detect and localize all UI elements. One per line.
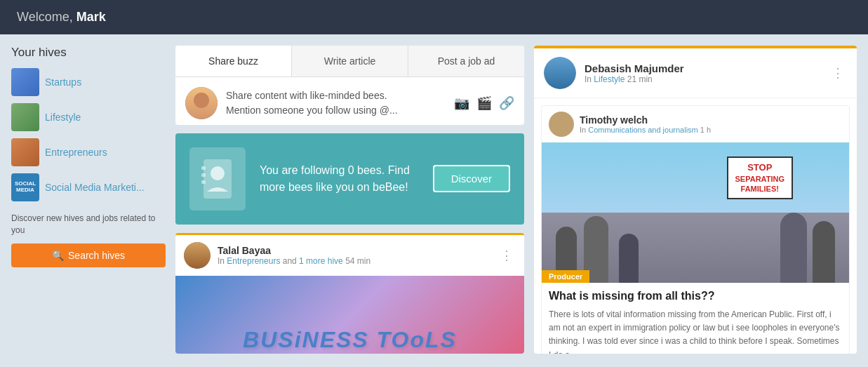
discover-bees-card: You are following 0 bees. Find more bees…	[175, 133, 524, 225]
share-line1: Share content with like-minded bees.	[226, 90, 387, 101]
right-sub: In Lifestyle 21 min	[585, 74, 820, 84]
post-hive-more[interactable]: 1 more hive	[299, 256, 343, 266]
contacts-icon	[200, 158, 235, 200]
tabs-row: Share buzz Write article Post a job ad	[175, 46, 524, 77]
hive-item-entrepreneurs[interactable]: Entrepreneurs	[11, 138, 166, 166]
nested-post-title[interactable]: What is missing from all this??	[549, 290, 842, 302]
hive-name-lifestyle[interactable]: Lifestyle	[45, 112, 81, 123]
share-area: Share content with like-minded bees. Men…	[175, 77, 524, 125]
sign-separating: SEPARATING	[735, 174, 785, 184]
protest-scene: STOP SEPARATING FAMILIES! Producer	[542, 142, 849, 283]
hive-item-startups[interactable]: Startups	[11, 68, 166, 96]
sidebar: Your hives Startups Lifestyle Entreprene…	[11, 46, 166, 354]
post-meta: Talal Bayaa In Entrepreneurs and 1 more …	[218, 245, 490, 266]
svg-rect-3	[201, 173, 206, 177]
post-sub: In Entrepreneurs and 1 more hive 54 min	[218, 256, 490, 266]
nested-post-image: STOP SEPARATING FAMILIES! Producer	[542, 142, 849, 283]
hive-thumb-lifestyle	[11, 103, 39, 131]
right-post-header: Debasish Majumder In Lifestyle 21 min ⋮	[534, 48, 857, 98]
your-hives-title: Your hives	[11, 46, 166, 60]
right-menu-icon[interactable]: ⋮	[829, 62, 847, 84]
nested-author-name: Timothy welch	[580, 114, 711, 126]
hive-thumb-startups	[11, 68, 39, 96]
hive-thumb-entrepreneurs	[11, 138, 39, 166]
post-author-avatar	[184, 242, 211, 269]
search-icon: 🔍	[52, 250, 64, 261]
post-menu-icon[interactable]: ⋮	[498, 245, 516, 266]
hive-name-startups[interactable]: Startups	[45, 76, 81, 88]
nested-hive-link[interactable]: Communications and journalism	[588, 126, 698, 134]
search-hives-label: Search hives	[68, 250, 125, 261]
hive-name-socialmedia[interactable]: Social Media Marketi...	[45, 182, 145, 193]
hive-name-entrepreneurs[interactable]: Entrepreneurs	[45, 147, 107, 158]
tab-post-job-ad[interactable]: Post a job ad	[408, 46, 524, 76]
post-header: Talal Bayaa In Entrepreneurs and 1 more …	[175, 235, 524, 276]
share-icons: 📷 🎬 🔗	[454, 95, 514, 111]
nested-meta: Timothy welch In Communications and jour…	[580, 114, 711, 134]
center-column: Share buzz Write article Post a job ad S…	[175, 46, 524, 354]
svg-rect-2	[201, 166, 206, 170]
producer-badge: Producer	[542, 270, 589, 283]
right-post-meta: Debasish Majumder In Lifestyle 21 min	[585, 62, 820, 84]
camera-icon[interactable]: 📷	[454, 95, 469, 111]
tab-share-buzz[interactable]: Share buzz	[175, 46, 292, 76]
welcome-prefix: Welcome,	[17, 10, 76, 24]
right-author-avatar	[544, 57, 576, 89]
hive-item-socialmedia[interactable]: SOCIALMEDIA Social Media Marketi...	[11, 173, 166, 201]
post-author-name: Talal Bayaa	[218, 245, 490, 256]
share-line2: Mention someone you follow using @...	[226, 105, 398, 116]
svg-point-1	[211, 166, 225, 180]
nested-time: 1 h	[700, 126, 711, 134]
right-column: Debasish Majumder In Lifestyle 21 min ⋮ …	[534, 46, 857, 354]
post-time: 54 min	[345, 256, 370, 266]
nested-post-excerpt: There is lots of vital information missi…	[549, 308, 842, 354]
username: Mark	[76, 10, 106, 24]
avatar-inner	[184, 242, 211, 269]
right-post-card: Debasish Majumder In Lifestyle 21 min ⋮ …	[534, 46, 857, 354]
post-image-text: BUSiNESS TOoLS	[243, 327, 457, 354]
hive-thumb-socialmedia: SOCIALMEDIA	[11, 173, 39, 201]
right-author-name: Debasish Majumder	[585, 62, 820, 74]
discover-button[interactable]: Discover	[433, 165, 510, 192]
bee-icon-box	[189, 147, 246, 211]
right-time: 21 min	[627, 74, 653, 84]
feed-post-card: Talal Bayaa In Entrepreneurs and 1 more …	[175, 233, 524, 354]
post-image: BUSiNESS TOoLS	[175, 276, 524, 354]
nested-author-avatar	[549, 112, 574, 137]
avatar-face	[185, 87, 218, 119]
video-icon[interactable]: 🎬	[476, 95, 492, 111]
hive-list: Startups Lifestyle Entrepreneurs SOCIALM…	[11, 68, 166, 201]
search-hives-button[interactable]: 🔍 Search hives	[11, 243, 166, 267]
post-hive-link[interactable]: Entrepreneurs	[227, 256, 280, 266]
post-composer-card: Share buzz Write article Post a job ad S…	[175, 46, 524, 125]
protest-sign: STOP SEPARATING FAMILIES!	[727, 156, 794, 199]
svg-rect-4	[201, 180, 206, 184]
nested-sub: In Communications and journalism 1 h	[580, 126, 711, 134]
sign-families: FAMILIES!	[735, 184, 785, 194]
discover-text: You are following 0 bees. Find more bees…	[260, 162, 419, 196]
right-hive-link[interactable]: Lifestyle	[594, 74, 625, 84]
sign-stop: STOP	[735, 162, 785, 174]
right-avatar-inner	[544, 57, 576, 89]
nested-post: Timothy welch In Communications and jour…	[541, 105, 850, 354]
tab-write-article[interactable]: Write article	[292, 46, 408, 76]
hive-item-lifestyle[interactable]: Lifestyle	[11, 103, 166, 131]
user-avatar	[185, 87, 218, 119]
discover-hives-text: Discover new hives and jobs related to y…	[11, 213, 166, 236]
nested-post-header: Timothy welch In Communications and jour…	[542, 106, 849, 142]
share-placeholder[interactable]: Share content with like-minded bees. Men…	[226, 88, 446, 118]
link-icon[interactable]: 🔗	[499, 95, 514, 111]
app-header: Welcome, Mark	[0, 0, 868, 34]
nested-post-body: What is missing from all this?? There is…	[542, 283, 849, 354]
main-layout: Your hives Startups Lifestyle Entreprene…	[0, 34, 868, 365]
